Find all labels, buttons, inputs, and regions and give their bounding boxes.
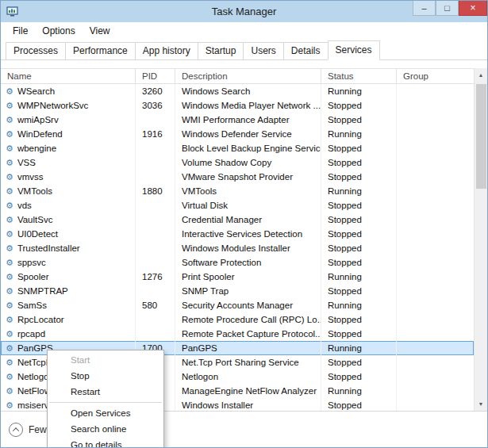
column-header-description[interactable]: Description xyxy=(175,69,321,83)
column-header-pid[interactable]: PID xyxy=(136,69,175,83)
service-pid-cell xyxy=(136,155,175,170)
service-name-cell: ⚙ RpcLocator xyxy=(1,312,136,327)
service-pid-cell: 1916 xyxy=(136,127,175,141)
service-name-cell: ⚙ Spooler xyxy=(1,270,136,284)
table-row[interactable]: ⚙ UI0Detect Interactive Services Detecti… xyxy=(1,227,474,241)
service-pid-cell xyxy=(136,113,175,127)
service-group-cell xyxy=(397,312,474,327)
table-row[interactable]: ⚙ RpcLocator Remote Procedure Call (RPC)… xyxy=(1,312,474,327)
tab-users[interactable]: Users xyxy=(243,42,283,60)
minimize-button[interactable]: – xyxy=(413,1,436,16)
tab-details[interactable]: Details xyxy=(283,42,329,60)
service-group-cell xyxy=(397,298,474,312)
service-name: vmvss xyxy=(17,172,44,182)
service-name: UI0Detect xyxy=(17,229,58,239)
context-menu-item-go-to-details[interactable]: Go to details xyxy=(48,437,163,448)
service-name-cell: ⚙ WMPNetworkSvc xyxy=(1,98,136,113)
table-row[interactable]: ⚙ WMPNetworkSvc 3036 Windows Media Playe… xyxy=(1,98,474,113)
maximize-button[interactable]: □ xyxy=(436,1,459,16)
service-group-cell xyxy=(397,327,474,341)
service-group-cell xyxy=(397,113,474,127)
table-row[interactable]: ⚙ rpcapd Remote Packet Capture Protocol.… xyxy=(1,327,474,341)
service-description-cell: Windows Modules Installer xyxy=(175,241,321,255)
tab-processes[interactable]: Processes xyxy=(6,42,66,60)
service-name: vds xyxy=(17,201,32,210)
table-row[interactable]: ⚙ VMTools 1880 VMTools Running xyxy=(1,184,474,198)
service-description-cell: Volume Shadow Copy xyxy=(175,155,321,170)
table-row[interactable]: ⚙ WinDefend 1916 Windows Defender Servic… xyxy=(1,127,474,141)
table-row[interactable]: ⚙ wbengine Block Level Backup Engine Ser… xyxy=(1,141,474,155)
table-row[interactable]: ⚙ Spooler 1276 Print Spooler Running xyxy=(1,270,474,284)
table-row[interactable]: ⚙ vmvss VMware Snapshot Provider Stopped xyxy=(1,170,474,184)
context-menu-item-open-services[interactable]: Open Services xyxy=(48,405,163,421)
service-group-cell xyxy=(397,170,474,184)
scrollbar-thumb[interactable] xyxy=(476,84,486,189)
service-group-cell xyxy=(397,241,474,255)
service-gear-icon: ⚙ xyxy=(6,301,13,310)
service-description-cell: Virtual Disk xyxy=(175,198,321,213)
service-name-cell: ⚙ WSearch xyxy=(1,84,136,98)
service-status-cell: Stopped xyxy=(321,312,397,327)
service-group-cell xyxy=(397,398,474,411)
vertical-scrollbar[interactable]: ▲ ▼ xyxy=(474,68,487,411)
table-row[interactable]: ⚙ SNMPTRAP SNMP Trap Stopped xyxy=(1,284,474,298)
service-group-cell xyxy=(397,84,474,98)
menu-options[interactable]: Options xyxy=(35,24,82,38)
service-group-cell xyxy=(397,98,474,113)
table-row[interactable]: ⚙ TrustedInstaller Windows Modules Insta… xyxy=(1,241,474,255)
tab-app-history[interactable]: App history xyxy=(135,42,198,60)
table-row[interactable]: ⚙ WSearch 3260 Windows Search Running xyxy=(1,84,474,98)
column-header-name[interactable]: Name xyxy=(1,69,136,83)
service-gear-icon: ⚙ xyxy=(6,373,13,381)
service-group-cell xyxy=(397,370,474,384)
service-status-cell: Stopped xyxy=(321,370,397,384)
service-name-cell: ⚙ WinDefend xyxy=(1,127,136,141)
service-pid-cell: 580 xyxy=(136,298,175,312)
service-status-cell: Running xyxy=(321,384,397,398)
service-status-cell: Stopped xyxy=(321,113,397,127)
service-name: WinDefend xyxy=(17,129,63,139)
service-pid-cell: 1276 xyxy=(136,270,175,284)
service-pid-cell xyxy=(136,227,175,241)
service-name-cell: ⚙ SNMPTRAP xyxy=(1,284,136,298)
service-description-cell: Security Accounts Manager xyxy=(175,298,321,312)
service-status-cell: Stopped xyxy=(321,241,397,255)
context-menu-item-search-online[interactable]: Search online xyxy=(48,421,163,437)
scroll-up-icon[interactable]: ▲ xyxy=(475,68,488,82)
service-description-cell: Windows Defender Service xyxy=(175,127,321,141)
tab-services[interactable]: Services xyxy=(328,40,380,60)
service-gear-icon: ⚙ xyxy=(6,130,13,139)
service-description-cell: Remote Packet Capture Protocol... xyxy=(175,327,321,341)
column-header-status[interactable]: Status xyxy=(321,69,397,83)
table-row[interactable]: ⚙ VSS Volume Shadow Copy Stopped xyxy=(1,155,474,170)
service-description-cell: SNMP Trap xyxy=(175,284,321,298)
scroll-down-icon[interactable]: ▼ xyxy=(475,397,488,411)
service-group-cell xyxy=(397,213,474,227)
table-row[interactable]: ⚙ SamSs 580 Security Accounts Manager Ru… xyxy=(1,298,474,312)
service-status-cell: Stopped xyxy=(321,227,397,241)
tab-performance[interactable]: Performance xyxy=(65,42,136,60)
tab-startup[interactable]: Startup xyxy=(198,42,244,60)
service-name-cell: ⚙ rpcapd xyxy=(1,327,136,341)
service-status-cell: Running xyxy=(321,84,397,98)
service-gear-icon: ⚙ xyxy=(6,87,13,96)
context-menu-item-restart[interactable]: Restart xyxy=(48,384,163,400)
service-gear-icon: ⚙ xyxy=(6,258,13,267)
menu-file[interactable]: File xyxy=(6,24,35,38)
table-row[interactable]: ⚙ wmiApSrv WMI Performance Adapter Stopp… xyxy=(1,113,474,127)
table-row[interactable]: ⚙ vds Virtual Disk Stopped xyxy=(1,198,474,213)
column-header-group[interactable]: Group xyxy=(397,69,474,83)
table-row[interactable]: ⚙ sppsvc Software Protection Stopped xyxy=(1,255,474,270)
close-button[interactable]: × xyxy=(459,1,487,16)
context-menu-item-stop[interactable]: Stop xyxy=(48,368,163,384)
service-name: SNMPTRAP xyxy=(17,286,68,296)
menu-view[interactable]: View xyxy=(83,24,117,38)
service-description-cell: Netlogon xyxy=(175,370,321,384)
service-status-cell: Running xyxy=(321,127,397,141)
service-name: Spooler xyxy=(17,272,49,281)
service-group-cell xyxy=(397,384,474,398)
service-name: VaultSvc xyxy=(17,215,53,224)
service-description-cell: Windows Installer xyxy=(175,398,321,411)
table-row[interactable]: ⚙ VaultSvc Credential Manager Stopped xyxy=(1,213,474,227)
service-name: wmiApSrv xyxy=(17,115,59,124)
